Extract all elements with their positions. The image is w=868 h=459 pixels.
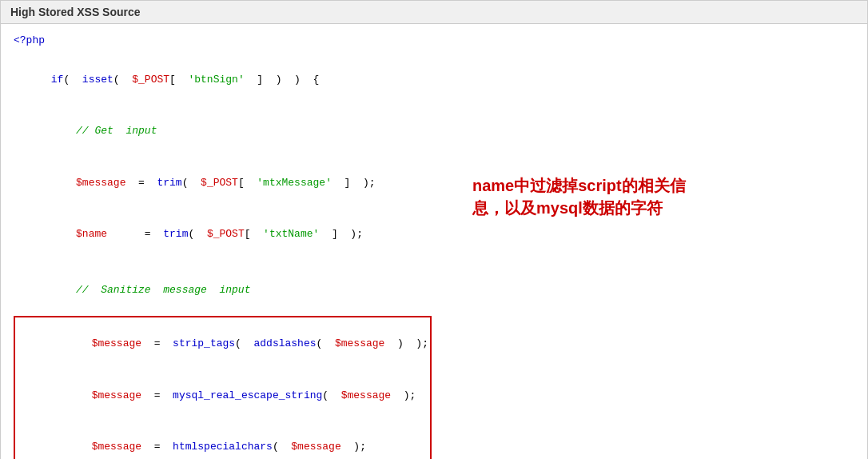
highlight-block-message: $message = strip_tags( addslashes( $mess… xyxy=(14,316,432,459)
page-title: High Stored XSS Source xyxy=(10,6,141,18)
code-line-comment-sanitize-msg: // Sanitize message input xyxy=(14,265,854,316)
code-line-msg-html: $message = htmlspecialchars( $message ); xyxy=(17,421,428,459)
code-area: <?php if( isset( $_POST[ 'btnSign' ] ) )… xyxy=(1,24,867,459)
code-line-msg-strip: $message = strip_tags( addslashes( $mess… xyxy=(17,318,428,369)
code-line-msg-mysql: $message = mysql_real_escape_string( $me… xyxy=(17,369,428,421)
page-wrapper: High Stored XSS Source <?php if( isset( … xyxy=(0,0,868,459)
php-open-tag: <?php xyxy=(14,34,45,46)
code-line-php-open: <?php xyxy=(14,32,854,49)
code-line-comment-get: // Get input xyxy=(14,106,854,157)
annotation-text: name中过滤掉script的相关信 息，以及mysql数据的字符 xyxy=(472,174,840,219)
code-line-if: if( isset( $_POST[ 'btnSign' ] ) ) { xyxy=(14,54,854,105)
title-bar: High Stored XSS Source xyxy=(1,1,867,24)
